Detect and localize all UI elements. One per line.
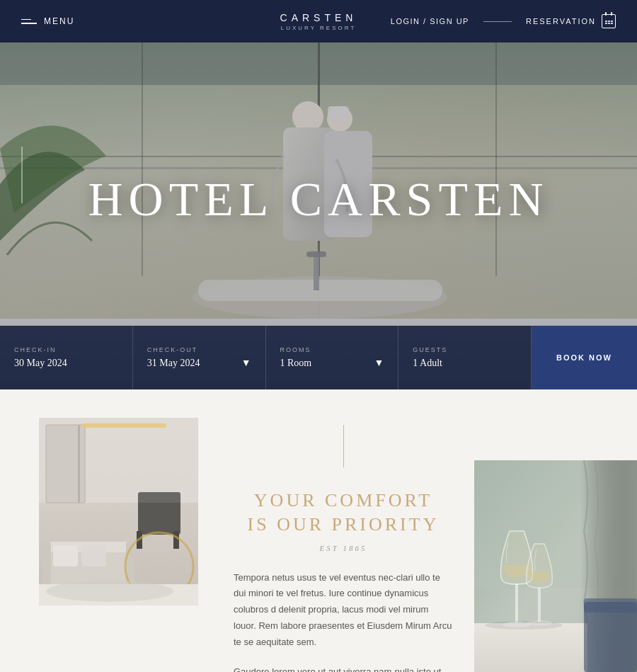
checkout-arrow: ▼ bbox=[241, 358, 251, 369]
brand-logo: CARSTEN LUXURY RESORT bbox=[280, 12, 357, 31]
svg-rect-19 bbox=[78, 425, 80, 503]
calendar-icon bbox=[602, 14, 616, 28]
hero-section: HOTEL CARSTEN CHECK-IN 30 May 2024 CHECK… bbox=[0, 42, 637, 389]
svg-rect-27 bbox=[42, 542, 51, 584]
header-divider bbox=[483, 21, 512, 22]
content-section: YOUR COMFORT IS OUR PRIORITY EST 1865 Te… bbox=[0, 389, 637, 672]
svg-rect-37 bbox=[474, 623, 587, 672]
section-body-2: Gaudere lorem vero ut aut viverra nam-nu… bbox=[234, 664, 453, 672]
checkin-field[interactable]: CHECK-IN 30 May 2024 bbox=[0, 326, 133, 389]
hamburger-icon bbox=[21, 19, 37, 24]
wine-image bbox=[474, 460, 637, 672]
checkin-value: 30 May 2024 bbox=[14, 358, 67, 369]
reservation-label: RESERVATION bbox=[526, 17, 596, 25]
hero-title: HOTEL CARSTEN bbox=[88, 171, 549, 227]
rooms-arrow: ▼ bbox=[374, 358, 384, 369]
guests-label: GUESTS bbox=[413, 346, 517, 353]
section-heading: YOUR COMFORT IS OUR PRIORITY bbox=[234, 489, 453, 537]
section-body-1: Tempora netus usus te vel eventus nec-cl… bbox=[234, 570, 453, 651]
room-image bbox=[39, 418, 198, 605]
guests-field[interactable]: GUESTS 1 Adult bbox=[398, 326, 532, 389]
menu-button[interactable]: MENU bbox=[21, 16, 74, 26]
svg-rect-29 bbox=[53, 545, 78, 566]
checkout-label: CHECK-OUT bbox=[147, 346, 251, 353]
header: MENU CARSTEN LUXURY RESORT LOGIN / SIGN … bbox=[0, 0, 637, 42]
checkout-field[interactable]: CHECK-OUT 31 May 2024 ▼ bbox=[133, 326, 266, 389]
svg-rect-22 bbox=[138, 492, 180, 503]
rooms-label: ROOMS bbox=[280, 346, 384, 353]
svg-rect-43 bbox=[584, 598, 637, 613]
hero-heading: HOTEL CARSTEN bbox=[88, 171, 549, 227]
svg-rect-40 bbox=[538, 588, 541, 622]
login-button[interactable]: LOGIN / SIGN UP bbox=[391, 17, 469, 25]
svg-rect-38 bbox=[515, 584, 518, 623]
checkin-label: CHECK-IN bbox=[14, 346, 118, 353]
header-right: LOGIN / SIGN UP RESERVATION bbox=[391, 14, 616, 28]
svg-point-33 bbox=[46, 581, 173, 602]
checkout-value: 31 May 2024 bbox=[147, 358, 200, 369]
brand-sub: LUXURY RESORT bbox=[280, 25, 357, 31]
brand-name: CARSTEN bbox=[280, 12, 357, 23]
content-middle: YOUR COMFORT IS OUR PRIORITY EST 1865 Te… bbox=[205, 389, 474, 672]
content-right bbox=[474, 389, 637, 672]
wine-scene bbox=[474, 460, 637, 672]
booking-bar: CHECK-IN 30 May 2024 CHECK-OUT 31 May 20… bbox=[0, 326, 637, 389]
content-left bbox=[0, 389, 205, 672]
rooms-value: 1 Room bbox=[280, 358, 312, 369]
svg-point-44 bbox=[485, 621, 563, 630]
rooms-field[interactable]: ROOMS 1 Room ▼ bbox=[266, 326, 399, 389]
menu-label: MENU bbox=[44, 16, 74, 26]
section-est: EST 1865 bbox=[234, 544, 453, 552]
svg-rect-24 bbox=[173, 531, 179, 549]
guests-value: 1 Adult bbox=[413, 358, 442, 369]
decorative-line bbox=[343, 425, 344, 467]
svg-rect-20 bbox=[81, 423, 166, 428]
svg-rect-30 bbox=[81, 545, 106, 566]
book-now-button[interactable]: BOOK NOW bbox=[532, 326, 637, 389]
hero-accent-line bbox=[21, 147, 23, 203]
reservation-button[interactable]: RESERVATION bbox=[526, 14, 616, 28]
